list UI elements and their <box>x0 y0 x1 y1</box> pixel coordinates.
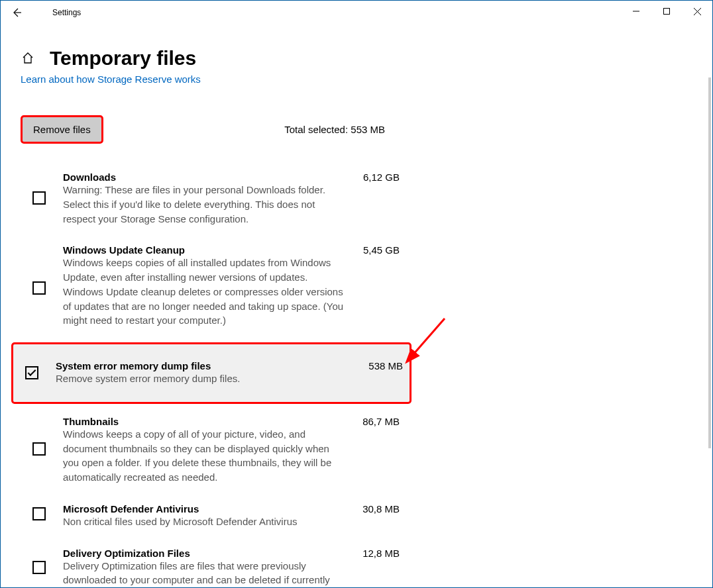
minimize-button[interactable] <box>621 1 651 22</box>
item-size: 538 MB <box>350 360 403 386</box>
item-desc: Warning: These are files in your persona… <box>63 183 347 226</box>
item-size: 12,8 MB <box>347 548 400 588</box>
item-thumbnails[interactable]: Thumbnails Windows keeps a copy of all o… <box>21 408 406 495</box>
item-desc: Windows keeps a copy of all of your pict… <box>63 427 347 485</box>
check-icon <box>28 368 36 377</box>
remove-files-button[interactable]: Remove files <box>21 115 103 144</box>
item-size: 30,8 MB <box>347 503 400 529</box>
item-size: 86,7 MB <box>347 416 400 485</box>
item-size: 6,12 GB <box>347 172 400 226</box>
item-title: System error memory dump files <box>56 360 350 371</box>
item-desc: Non critical files used by Microsoft Def… <box>63 514 347 529</box>
checkbox-delivery-opt[interactable] <box>32 561 46 574</box>
checkbox-update-cleanup[interactable] <box>32 281 46 295</box>
back-button[interactable] <box>1 1 32 24</box>
checkbox-downloads[interactable] <box>32 191 46 205</box>
close-button[interactable] <box>682 1 712 22</box>
maximize-button[interactable] <box>651 1 682 22</box>
item-delivery-optimization[interactable]: Delivery Optimization Files Delivery Opt… <box>21 540 406 589</box>
page-title: Temporary files <box>50 47 196 70</box>
total-selected-label: Total selected: 553 MB <box>284 124 385 135</box>
item-title: Windows Update Cleanup <box>63 244 347 256</box>
checkbox-defender[interactable] <box>32 507 46 520</box>
item-title: Delivery Optimization Files <box>63 548 347 559</box>
item-downloads[interactable]: Downloads Warning: These are files in yo… <box>21 164 406 236</box>
item-title: Microsoft Defender Antivirus <box>63 503 347 514</box>
svg-rect-1 <box>664 9 670 15</box>
item-windows-update-cleanup[interactable]: Windows Update Cleanup Windows keeps cop… <box>21 236 406 338</box>
home-icon[interactable] <box>21 51 35 66</box>
app-title: Settings <box>52 8 81 17</box>
item-size: 5,45 GB <box>347 244 400 328</box>
checkbox-system-error-dump[interactable] <box>25 366 38 379</box>
scrollbar-thumb[interactable] <box>708 77 711 448</box>
item-desc: Windows keeps copies of all installed up… <box>63 256 347 328</box>
item-desc: Remove system error memory dump files. <box>56 371 350 386</box>
storage-reserve-link[interactable]: Learn about how Storage Reserve works <box>21 74 201 85</box>
item-title: Thumbnails <box>63 416 347 427</box>
item-defender-antivirus[interactable]: Microsoft Defender Antivirus Non critica… <box>21 495 406 540</box>
item-desc: Delivery Optimization files are files th… <box>63 559 347 588</box>
item-system-error-dump[interactable]: System error memory dump files Remove sy… <box>11 342 411 404</box>
scrollbar[interactable] <box>708 77 711 581</box>
item-title: Downloads <box>63 172 347 183</box>
checkbox-thumbnails[interactable] <box>32 442 46 456</box>
